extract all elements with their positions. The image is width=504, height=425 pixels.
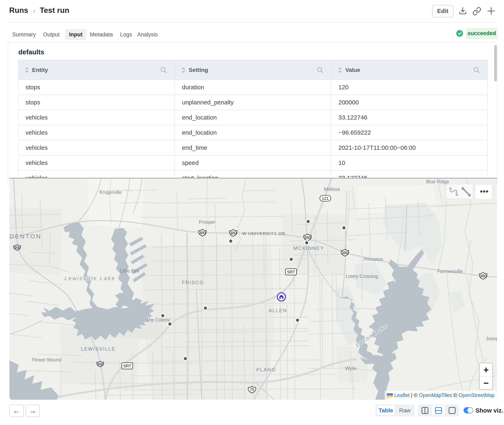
- svg-text:DENTON: DENTON: [10, 233, 41, 240]
- svg-text:380: 380: [199, 231, 206, 235]
- svg-text:Josephine: Josephine: [486, 336, 497, 341]
- svg-text:Lewisville Lake: Lewisville Lake: [65, 275, 116, 281]
- svg-text:35E: 35E: [97, 362, 103, 366]
- svg-text:380: 380: [230, 231, 236, 235]
- svg-text:Krugerville: Krugerville: [100, 190, 122, 195]
- svg-text:FRISCO: FRISCO: [182, 280, 204, 285]
- svg-text:Flower Mound: Flower Mound: [32, 357, 61, 362]
- svg-text:The Colony: The Colony: [146, 317, 170, 323]
- svg-text:MCKINNEY: MCKINNEY: [294, 246, 324, 251]
- svg-text:121: 121: [322, 196, 329, 201]
- svg-text:Melissa: Melissa: [324, 186, 340, 192]
- svg-text:SRT: SRT: [287, 270, 295, 274]
- svg-text:380: 380: [304, 235, 311, 240]
- svg-text:Lowry Crossing: Lowry Crossing: [346, 274, 378, 279]
- svg-text:ALLEN: ALLEN: [268, 308, 287, 313]
- svg-text:Blue Ridge: Blue Ridge: [426, 179, 449, 184]
- svg-text:LEWISVILLE: LEWISVILLE: [81, 346, 116, 352]
- svg-text:35E: 35E: [14, 246, 20, 250]
- svg-text:PLANO: PLANO: [256, 367, 276, 372]
- svg-text:Farmersville: Farmersville: [437, 269, 463, 274]
- svg-text:380: 380: [480, 274, 486, 278]
- svg-text:Princeton: Princeton: [363, 257, 383, 262]
- svg-text:380: 380: [341, 251, 348, 255]
- svg-text:Wylie: Wylie: [345, 366, 357, 371]
- svg-text:Prosper: Prosper: [199, 219, 216, 225]
- svg-text:Little Elm: Little Elm: [120, 268, 139, 274]
- svg-text:SRT: SRT: [123, 364, 131, 368]
- svg-text:W UNIVERSITY DR.: W UNIVERSITY DR.: [242, 231, 287, 236]
- svg-text:75: 75: [250, 387, 254, 392]
